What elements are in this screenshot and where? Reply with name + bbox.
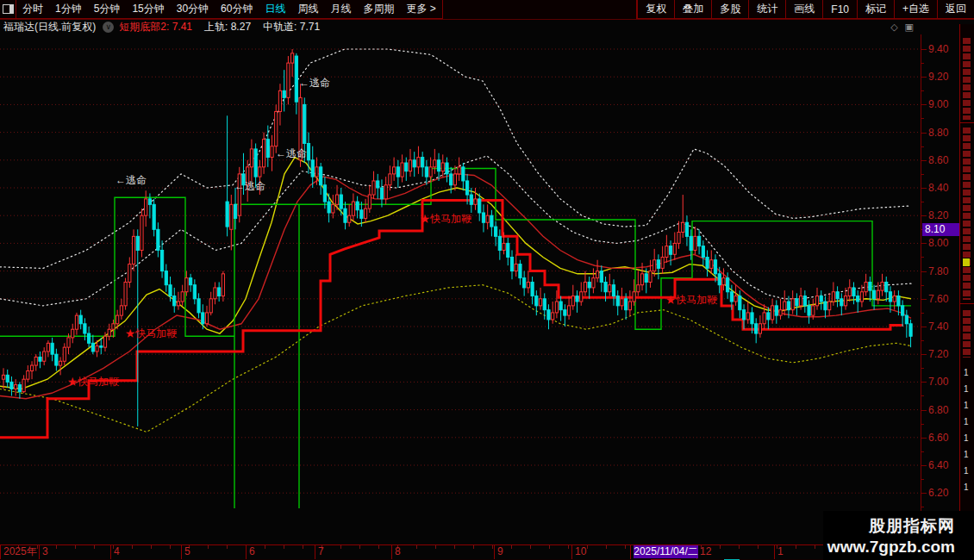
layout-icon[interactable] <box>0 0 16 18</box>
candle <box>881 282 883 290</box>
period-button-60分钟[interactable]: 60分钟 <box>215 0 259 18</box>
tool-button-多股[interactable]: 多股 <box>711 0 748 18</box>
candle <box>796 299 798 306</box>
y-tick-7.40: 7.40 <box>928 320 948 333</box>
y-tick-8.40: 8.40 <box>928 182 948 194</box>
candle <box>364 208 366 218</box>
signal-label: ←逃命 <box>276 147 307 159</box>
y-tick-7.80: 7.80 <box>928 265 948 277</box>
period-button-周线[interactable]: 周线 <box>291 0 324 18</box>
candle <box>360 210 363 219</box>
candle <box>840 299 843 306</box>
candlestick-chart[interactable]: ←逃命←逃命←逃命←逃命★快马加鞭★快马加鞭★快马加鞭★快马加鞭 <box>0 34 921 544</box>
candle <box>857 296 859 302</box>
candle <box>128 264 131 283</box>
tool-button-统计[interactable]: 统计 <box>748 0 785 18</box>
candle <box>640 274 643 285</box>
watermark-site-url: www.7gpzb.com <box>827 538 955 557</box>
period-button-15分钟[interactable]: 15分钟 <box>126 0 170 18</box>
period-button-1分钟[interactable]: 1分钟 <box>49 0 88 18</box>
top-toolbar: 分时1分钟5分钟15分钟30分钟60分钟日线周线月线多周期更多 > 复权叠加多股… <box>0 0 974 20</box>
candle <box>616 296 619 306</box>
candle <box>742 310 745 320</box>
candle <box>653 260 656 271</box>
candle <box>539 299 541 306</box>
y-tick-9.20: 9.20 <box>928 71 948 83</box>
x-cell-7: 7 <box>315 545 392 559</box>
candle <box>580 292 583 302</box>
candle <box>202 313 204 324</box>
indicator-value-短期底部2: 短期底部2: 7.41 <box>119 20 192 34</box>
period-button-5分钟[interactable]: 5分钟 <box>88 0 127 18</box>
candle <box>547 310 550 320</box>
candle <box>185 278 188 292</box>
candle <box>165 271 167 285</box>
candle <box>55 354 58 365</box>
candle <box>535 296 538 306</box>
candle <box>72 329 74 338</box>
candle <box>775 306 777 315</box>
tool-button-画线[interactable]: 画线 <box>785 0 822 18</box>
candle <box>136 236 139 250</box>
candle <box>409 160 411 171</box>
candle <box>275 111 278 146</box>
candle <box>458 167 460 174</box>
y-tick-6.40: 6.40 <box>928 459 948 471</box>
tool-button-F10[interactable]: F10 <box>822 0 857 18</box>
candle <box>812 306 815 315</box>
candle <box>271 146 273 158</box>
period-button-月线[interactable]: 月线 <box>324 0 357 18</box>
candle <box>315 167 318 177</box>
x-cell-8: 8 <box>391 545 495 559</box>
candle <box>120 306 122 315</box>
chevron-down-icon[interactable]: ∨ <box>103 22 114 33</box>
candle <box>482 213 484 222</box>
candle <box>100 346 103 348</box>
y-tick-9.40: 9.40 <box>928 43 948 55</box>
candle <box>27 371 29 380</box>
candle <box>311 160 314 177</box>
period-button-多周期[interactable]: 多周期 <box>357 0 400 18</box>
candle <box>665 246 668 258</box>
candle <box>103 336 106 347</box>
candle <box>771 306 773 320</box>
candle <box>555 302 558 313</box>
candle <box>278 90 281 111</box>
period-button-日线[interactable]: 日线 <box>259 0 291 18</box>
candle <box>417 158 420 167</box>
candle <box>902 306 904 315</box>
quote-ones-column: 11111111 <box>964 364 969 495</box>
candle <box>43 352 46 361</box>
candle <box>401 163 403 177</box>
tool-button-叠加[interactable]: 叠加 <box>674 0 711 18</box>
x-cell-12: 12 <box>696 545 775 559</box>
period-button-更多 >[interactable]: 更多 > <box>400 0 441 18</box>
candle <box>478 199 481 213</box>
tool-button-标记[interactable]: 标记 <box>857 0 894 18</box>
candle <box>352 202 354 215</box>
y-tick-8.60: 8.60 <box>928 154 948 166</box>
candle <box>791 299 794 310</box>
candle <box>515 264 517 271</box>
tool-button-复权[interactable]: 复权 <box>637 0 674 18</box>
candle <box>592 278 595 288</box>
tool-button-返回[interactable]: 返回 <box>937 0 974 18</box>
candle <box>79 315 82 324</box>
window-icon[interactable]: ▣ <box>905 22 914 33</box>
y-tick-7.60: 7.60 <box>928 293 948 305</box>
candle <box>722 278 725 285</box>
candle <box>67 338 70 347</box>
candle <box>474 199 477 204</box>
y-tick-8.00: 8.00 <box>928 237 948 249</box>
candle <box>584 282 586 291</box>
candle <box>718 274 721 285</box>
diamond-icon[interactable]: ◇ <box>890 22 897 33</box>
period-button-30分钟[interactable]: 30分钟 <box>171 0 215 18</box>
tool-button-+自选[interactable]: +自选 <box>894 0 937 18</box>
y-tick-6.20: 6.20 <box>928 487 948 499</box>
candle <box>148 199 151 204</box>
candle <box>169 285 172 296</box>
candle <box>197 299 200 313</box>
period-button-分时[interactable]: 分时 <box>16 0 49 18</box>
candle <box>637 285 640 292</box>
